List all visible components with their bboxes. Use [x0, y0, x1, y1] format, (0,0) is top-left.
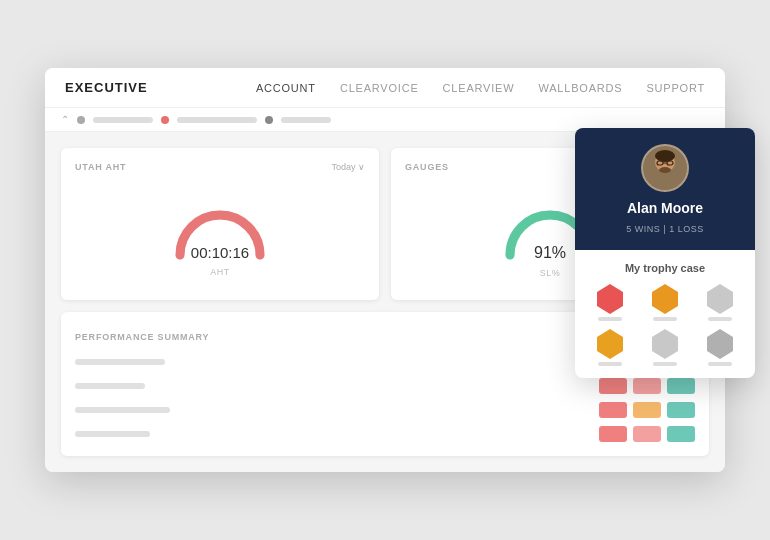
trophy-label-bar: [653, 362, 677, 366]
trophy-icon-orange: [652, 284, 678, 314]
trophy-section-title: My trophy case: [587, 262, 743, 274]
trophy-icon-red: [597, 284, 623, 314]
perf-label: [75, 359, 165, 365]
gauges-value: 91%: [534, 244, 566, 262]
profile-header: Alan Moore 5 WINS | 1 LOSS: [575, 128, 755, 250]
aht-label: AHT: [210, 267, 230, 277]
metric-pill-teal: [667, 426, 695, 442]
trophy-label-bar: [708, 317, 732, 321]
metric-pill-red: [599, 426, 627, 442]
perf-metrics: [599, 426, 695, 442]
table-row: [75, 426, 695, 442]
aht-value: 00:10:16: [191, 244, 249, 261]
svg-marker-11: [652, 329, 678, 359]
nav-clearview[interactable]: CLEARVIEW: [443, 82, 515, 94]
tab-dot-3[interactable]: [265, 116, 273, 124]
metric-pill-red: [599, 402, 627, 418]
list-item: [587, 329, 634, 366]
profile-stats: 5 WINS | 1 LOSS: [626, 224, 703, 234]
table-row: [75, 378, 695, 394]
list-item: [642, 329, 689, 366]
nav-links: ACCOUNT CLEARVOICE CLEARVIEW WALLBOARDS …: [256, 82, 705, 94]
nav-account[interactable]: ACCOUNT: [256, 82, 316, 94]
trophy-icon-gold: [597, 329, 623, 359]
trophy-icon-gray2: [652, 329, 678, 359]
list-item: [642, 284, 689, 321]
performance-title: PERFORMANCE SUMMARY: [75, 332, 209, 342]
tab-dot-1[interactable]: [77, 116, 85, 124]
svg-point-1: [655, 150, 675, 162]
list-item: [587, 284, 634, 321]
trophy-label-bar: [653, 317, 677, 321]
list-item: [696, 284, 743, 321]
profile-overlay: Alan Moore 5 WINS | 1 LOSS My trophy cas…: [575, 128, 755, 378]
svg-marker-9: [707, 284, 733, 314]
svg-point-5: [659, 167, 671, 173]
svg-point-6: [651, 174, 679, 190]
svg-marker-12: [707, 329, 733, 359]
aht-gauge-container: 00:10:16 AHT: [75, 182, 365, 285]
trophy-label-bar: [598, 317, 622, 321]
aht-widget-filter[interactable]: Today ∨: [331, 162, 365, 172]
trophy-label-bar: [598, 362, 622, 366]
avatar: [641, 144, 689, 192]
perf-metrics: [599, 378, 695, 394]
svg-marker-8: [652, 284, 678, 314]
metric-pill-orange: [633, 402, 661, 418]
tab-dot-2[interactable]: [161, 116, 169, 124]
tab-pill-1[interactable]: [93, 117, 153, 123]
avatar-image: [643, 146, 687, 190]
perf-metrics: [599, 402, 695, 418]
trophy-icon-gray: [707, 284, 733, 314]
table-row: [75, 402, 695, 418]
nav-clearvoice[interactable]: CLEARVOICE: [340, 82, 419, 94]
chevron-down-icon[interactable]: ⌃: [61, 114, 69, 125]
tab-pill-2[interactable]: [177, 117, 257, 123]
aht-widget: UTAH AHT Today ∨ 00:10:16 AHT: [61, 148, 379, 300]
metric-pill-salmon: [633, 426, 661, 442]
aht-widget-title: UTAH AHT: [75, 162, 126, 172]
tab-pill-3[interactable]: [281, 117, 331, 123]
gauges-widget-title: GAUGES: [405, 162, 449, 172]
gauges-label: SL%: [540, 268, 561, 278]
perf-label: [75, 407, 170, 413]
nav-bar: EXECUTIVE ACCOUNT CLEARVOICE CLEARVIEW W…: [45, 68, 725, 108]
metric-pill-red: [599, 378, 627, 394]
metric-pill-teal: [667, 402, 695, 418]
metric-pill-salmon: [633, 378, 661, 394]
browser-window: EXECUTIVE ACCOUNT CLEARVOICE CLEARVIEW W…: [45, 68, 725, 472]
profile-name: Alan Moore: [627, 200, 703, 216]
aht-widget-header: UTAH AHT Today ∨: [75, 162, 365, 172]
trophy-grid: [587, 284, 743, 366]
perf-label: [75, 431, 150, 437]
trophy-label-bar: [708, 362, 732, 366]
metric-pill-teal: [667, 378, 695, 394]
list-item: [696, 329, 743, 366]
trophy-icon-gray-dark: [707, 329, 733, 359]
svg-marker-10: [597, 329, 623, 359]
nav-support[interactable]: SUPPORT: [646, 82, 705, 94]
trophy-section: My trophy case: [575, 250, 755, 378]
svg-marker-7: [597, 284, 623, 314]
perf-label: [75, 383, 145, 389]
nav-wallboards[interactable]: WALLBOARDS: [538, 82, 622, 94]
app-logo: EXECUTIVE: [65, 80, 148, 95]
